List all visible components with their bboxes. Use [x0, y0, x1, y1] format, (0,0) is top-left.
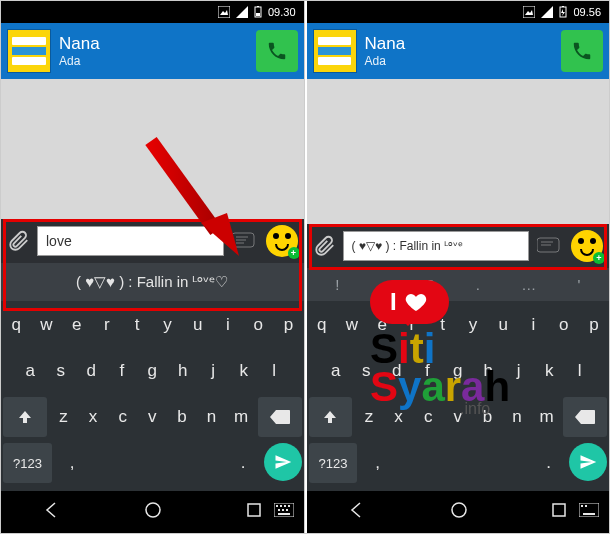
clock: 09.56 — [573, 6, 601, 18]
key-g[interactable]: g — [445, 351, 472, 391]
key-b[interactable]: b — [169, 397, 195, 437]
period-key[interactable]: . — [227, 443, 260, 483]
attachment-button[interactable] — [313, 234, 337, 258]
key-t[interactable]: t — [124, 305, 150, 345]
key-c[interactable]: c — [415, 397, 441, 437]
send-button[interactable] — [569, 443, 607, 481]
recent-button[interactable] — [551, 502, 567, 522]
message-input[interactable]: love — [37, 226, 224, 256]
key-g[interactable]: g — [139, 351, 166, 391]
key-w[interactable]: w — [33, 305, 59, 345]
key-m[interactable]: m — [228, 397, 254, 437]
keyboard-switch-button[interactable] — [274, 503, 294, 521]
suggestion-punct[interactable]: ' — [577, 276, 580, 293]
key-s[interactable]: s — [48, 351, 75, 391]
key-e[interactable]: e — [64, 305, 90, 345]
call-button[interactable] — [256, 30, 298, 72]
key-o[interactable]: o — [551, 305, 577, 345]
key-p[interactable]: p — [275, 305, 301, 345]
shift-key[interactable] — [3, 397, 47, 437]
suggestion-punct[interactable]: ? — [426, 276, 434, 293]
key-e[interactable]: e — [369, 305, 395, 345]
key-y[interactable]: y — [460, 305, 486, 345]
keyboard-switch-button[interactable] — [579, 503, 599, 521]
period-key[interactable]: . — [532, 443, 565, 483]
key-n[interactable]: n — [199, 397, 225, 437]
back-button[interactable] — [43, 501, 61, 523]
key-l[interactable]: l — [567, 351, 594, 391]
emoji-button[interactable]: + — [571, 230, 603, 262]
chat-area[interactable] — [307, 79, 610, 224]
key-j[interactable]: j — [506, 351, 533, 391]
key-q[interactable]: q — [309, 305, 335, 345]
key-h[interactable]: h — [475, 351, 502, 391]
quick-reply-icon[interactable] — [535, 234, 565, 258]
key-h[interactable]: h — [170, 351, 197, 391]
shift-key[interactable] — [309, 397, 353, 437]
key-r[interactable]: r — [399, 305, 425, 345]
send-button[interactable] — [264, 443, 302, 481]
key-y[interactable]: y — [154, 305, 180, 345]
key-p[interactable]: p — [581, 305, 607, 345]
key-v[interactable]: v — [445, 397, 471, 437]
suggestion-punct[interactable]: … — [521, 276, 536, 293]
key-x[interactable]: x — [80, 397, 106, 437]
key-t[interactable]: t — [430, 305, 456, 345]
symbols-key[interactable]: ?123 — [3, 443, 52, 483]
call-button[interactable] — [561, 30, 603, 72]
key-k[interactable]: k — [231, 351, 258, 391]
key-z[interactable]: z — [356, 397, 382, 437]
key-d[interactable]: d — [384, 351, 411, 391]
symbols-key[interactable]: ?123 — [309, 443, 358, 483]
contact-info[interactable]: Nana Ada — [365, 34, 554, 68]
back-button[interactable] — [348, 501, 366, 523]
contact-avatar[interactable] — [313, 29, 357, 73]
space-key[interactable] — [398, 443, 528, 483]
key-r[interactable]: r — [94, 305, 120, 345]
key-a[interactable]: a — [17, 351, 44, 391]
contact-info[interactable]: Nana Ada — [59, 34, 248, 68]
key-c[interactable]: c — [110, 397, 136, 437]
backspace-key[interactable] — [563, 397, 607, 437]
attachment-button[interactable] — [7, 229, 31, 253]
key-x[interactable]: x — [386, 397, 412, 437]
emoji-button[interactable]: + — [266, 225, 298, 257]
key-d[interactable]: d — [78, 351, 105, 391]
space-key[interactable] — [93, 443, 223, 483]
key-v[interactable]: v — [139, 397, 165, 437]
key-u[interactable]: u — [490, 305, 516, 345]
suggestion-punct[interactable]: ! — [335, 276, 339, 293]
key-z[interactable]: z — [51, 397, 77, 437]
key-j[interactable]: j — [200, 351, 227, 391]
battery-charging-icon — [559, 6, 567, 18]
contact-avatar[interactable] — [7, 29, 51, 73]
key-l[interactable]: l — [261, 351, 288, 391]
home-button[interactable] — [144, 501, 162, 523]
key-a[interactable]: a — [323, 351, 350, 391]
key-f[interactable]: f — [414, 351, 441, 391]
key-s[interactable]: s — [353, 351, 380, 391]
suggestion-punct[interactable]: . — [476, 276, 480, 293]
chat-area[interactable] — [1, 79, 304, 219]
quick-reply-icon[interactable] — [230, 229, 260, 253]
key-i[interactable]: i — [520, 305, 546, 345]
comma-key[interactable]: , — [361, 443, 394, 483]
message-input[interactable]: ( ♥▽♥ ) : Fallin in ᴸᵒᵛᵉ — [343, 231, 530, 261]
key-k[interactable]: k — [536, 351, 563, 391]
svg-rect-14 — [280, 505, 282, 507]
recent-button[interactable] — [246, 502, 262, 522]
home-button[interactable] — [450, 501, 468, 523]
key-m[interactable]: m — [534, 397, 560, 437]
key-i[interactable]: i — [215, 305, 241, 345]
key-o[interactable]: o — [245, 305, 271, 345]
suggestion-bar[interactable]: ( ♥▽♥ ) : Fallin in ᴸᵒᵛᵉ♡ — [1, 263, 304, 301]
suggestion-punct[interactable]: , — [381, 276, 385, 293]
key-q[interactable]: q — [3, 305, 29, 345]
key-b[interactable]: b — [475, 397, 501, 437]
key-w[interactable]: w — [339, 305, 365, 345]
key-u[interactable]: u — [185, 305, 211, 345]
backspace-key[interactable] — [258, 397, 302, 437]
key-f[interactable]: f — [109, 351, 136, 391]
key-n[interactable]: n — [504, 397, 530, 437]
comma-key[interactable]: , — [56, 443, 89, 483]
